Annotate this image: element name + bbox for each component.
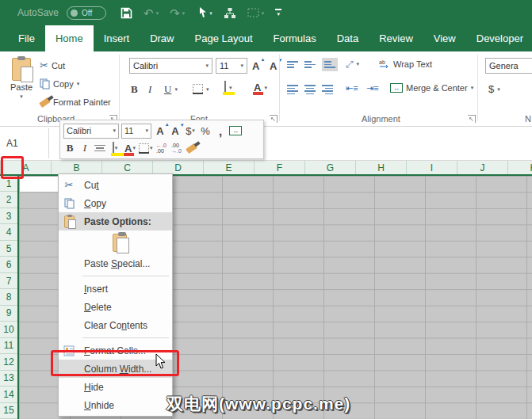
column-header-e[interactable]: E [204,161,255,174]
bold-button[interactable]: B [131,83,138,96]
paste-button[interactable]: Paste ▾ [5,58,38,115]
increase-indent-button[interactable]: ⇥≡ [366,83,379,93]
customize-quick-access-icon[interactable]: ▾ [275,9,281,17]
menu-item-copy[interactable]: Copy [59,194,172,212]
column-header-i[interactable]: I [407,161,457,174]
tab-review[interactable]: Review [369,25,423,51]
align-bottom-button[interactable] [322,58,338,71]
number-format-combo[interactable]: Genera [485,58,532,74]
cut-button[interactable]: ✂ Cut [40,59,65,71]
menu-item-clear-contents[interactable]: Clear Contents [59,316,172,334]
row-header-3[interactable]: 3 [0,208,17,224]
row-header-12[interactable]: 12 [0,354,17,370]
tab-data[interactable]: Data [327,25,369,51]
row-header-7[interactable]: 7 [0,273,17,289]
tab-file[interactable]: File [8,25,45,51]
mini-merge-center-button[interactable]: ↔ [229,124,242,139]
merge-center-button[interactable]: ↔ Merge & Center ▾ [390,83,473,93]
align-left-button[interactable] [287,83,298,96]
row-header-9[interactable]: 9 [0,306,17,322]
column-header-d[interactable]: D [153,161,204,174]
fill-color-button[interactable]: ▾ [224,82,232,93]
autosave-toggle[interactable]: Off [67,6,106,20]
column-header-g[interactable]: G [305,161,356,174]
row-header-14[interactable]: 14 [0,387,17,402]
align-middle-button[interactable] [304,59,316,70]
alignment-dialog-launcher-icon[interactable]: ↘ [468,115,476,123]
paste-option-button[interactable] [113,234,127,252]
column-header-k[interactable]: K [508,161,532,174]
row-header-13[interactable]: 13 [0,371,17,387]
mini-increase-decimal-button[interactable] [170,141,183,156]
mini-bold-button[interactable]: B [63,141,76,156]
mini-percent-button[interactable]: % [199,124,212,139]
format-painter-button[interactable]: Format Painter [40,97,111,107]
orientation-button[interactable]: ⤢▾ [346,59,359,70]
mini-decrease-decimal-button[interactable] [155,141,168,156]
column-header-h[interactable]: H [356,161,407,174]
font-dialog-launcher-icon[interactable]: ↘ [270,115,277,123]
font-name-combo[interactable]: Calibri ▾ [129,58,212,74]
align-center-icon [94,143,105,154]
column-header-b[interactable]: B [52,161,102,174]
grow-font-button[interactable]: A [252,60,259,72]
org-chart-icon[interactable] [224,7,236,19]
borders-button[interactable]: ▾ [193,84,209,94]
tab-draw[interactable]: Draw [140,25,184,51]
column-header-f[interactable]: F [255,161,305,174]
mini-align-center-button[interactable] [94,141,106,156]
touch-mouse-mode-icon[interactable]: ▾ [196,6,212,19]
font-size-combo[interactable]: 11 ▾ [216,58,247,74]
tab-developer[interactable]: Developer [466,25,532,51]
mini-shrink-font-button[interactable]: A [169,124,182,139]
row-header-4[interactable]: 4 [0,224,17,240]
tab-home[interactable]: Home [45,25,94,51]
mini-comma-button[interactable]: , [214,124,227,139]
mini-format-painter-button[interactable] [186,141,198,156]
shrink-font-button[interactable]: A [270,60,277,72]
align-center-button[interactable] [304,83,316,96]
copy-button[interactable]: Copy ▾ [40,78,79,90]
tab-formulas[interactable]: Formulas [263,25,327,51]
mini-grow-font-button[interactable]: A [154,124,166,139]
menu-item-delete[interactable]: Delete [59,298,172,316]
menu-item-unhide[interactable]: Unhide [59,396,172,414]
menu-item-cut[interactable]: ✂Cut [59,176,172,194]
mini-fill-color-button[interactable]: ▾ [109,141,121,156]
menu-item-paste-options[interactable]: Paste Options: [59,212,172,230]
mini-borders-button[interactable]: ▾ [139,141,153,156]
mini-font-name-combo[interactable]: Calibri▾ [63,124,119,139]
row-header-6[interactable]: 6 [0,257,17,272]
menu-item-paste-special[interactable]: Paste Special... [59,254,172,272]
row-header-15[interactable]: 15 [0,403,17,419]
row-header-10[interactable]: 10 [0,322,17,337]
italic-button[interactable]: I [148,83,151,96]
tab-insert[interactable]: Insert [94,25,140,51]
align-right-button[interactable] [322,83,333,96]
font-color-button[interactable]: A▾ [254,82,267,93]
row-header-8[interactable]: 8 [0,289,17,305]
menu-item-hide[interactable]: Hide [59,378,172,396]
name-box[interactable]: A1 [0,128,49,158]
selection-tool-icon[interactable]: ▾ [247,8,265,17]
row-header-5[interactable]: 5 [0,241,17,257]
tab-page-layout[interactable]: Page Layout [185,25,263,51]
accounting-format-button[interactable]: $ ▾ [488,83,500,95]
mini-italic-button[interactable]: I [78,141,91,156]
underline-button[interactable]: U▾ [164,83,178,96]
mini-font-size-combo[interactable]: 11▾ [121,124,151,139]
mini-accounting-button[interactable]: $▾ [184,124,197,139]
row-header-11[interactable]: 11 [0,338,17,354]
column-header-j[interactable]: J [457,161,508,174]
column-header-c[interactable]: C [102,161,153,174]
decrease-indent-button[interactable]: ⇤≡ [346,83,358,93]
align-top-button[interactable] [287,59,298,70]
tab-view[interactable]: View [423,25,466,51]
redo-icon[interactable]: ↷▾ [170,7,185,19]
row-header-2[interactable]: 2 [0,192,17,208]
menu-item-insert[interactable]: Insert [59,280,172,298]
mini-font-color-button[interactable]: A▾ [124,141,136,156]
undo-icon[interactable]: ↶▾ [144,7,159,19]
wrap-text-button[interactable]: ab Wrap Text [379,59,432,69]
save-icon[interactable] [121,7,132,19]
